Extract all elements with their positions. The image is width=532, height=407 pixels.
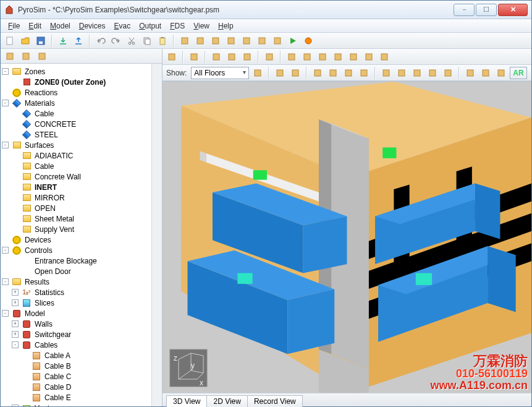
tree-node[interactable]: -Zones: [2, 66, 150, 77]
ar-toggle-button[interactable]: AR: [510, 67, 526, 79]
tree-node[interactable]: MIRROR: [2, 192, 150, 203]
menu-devices[interactable]: Devices: [75, 20, 109, 32]
close-button[interactable]: ✕: [498, 4, 528, 16]
tree-node[interactable]: -Results: [2, 276, 150, 287]
menu-edit[interactable]: Edit: [25, 20, 45, 32]
zoom-icon[interactable]: [331, 50, 345, 64]
toggle-vents-icon[interactable]: [410, 66, 424, 80]
tree-node[interactable]: INERT: [2, 182, 150, 192]
collapse-toggle[interactable]: -: [2, 310, 9, 317]
tree-node[interactable]: Reactions: [2, 87, 150, 98]
menu-view[interactable]: View: [190, 20, 213, 32]
wireframe-icon[interactable]: [209, 50, 223, 64]
reset-view-icon[interactable]: [165, 50, 179, 64]
tree-node[interactable]: -Surfaces: [2, 140, 150, 150]
tree-node[interactable]: +Switchgear: [2, 329, 150, 340]
collapse-toggle[interactable]: -: [12, 341, 19, 348]
tree-node[interactable]: +Walls: [2, 319, 150, 329]
walk-icon[interactable]: [300, 50, 314, 64]
solid-icon[interactable]: [225, 50, 239, 64]
tree-node[interactable]: Cable B: [2, 361, 150, 371]
copy-icon[interactable]: [140, 34, 154, 48]
tree-node[interactable]: Concrete Wall: [2, 171, 150, 182]
toggle-slices-icon[interactable]: [426, 66, 439, 80]
collapse-toggle[interactable]: -: [2, 68, 9, 75]
view-tab-3d-view[interactable]: 3D View: [166, 395, 207, 407]
smokeview-icon[interactable]: [302, 34, 315, 48]
add-reaction-icon[interactable]: [271, 34, 284, 48]
tree-node[interactable]: -Controls: [2, 245, 150, 255]
axis-orientation-widget[interactable]: x y z: [169, 348, 208, 388]
collapse-icon[interactable]: [19, 49, 33, 63]
tree-node[interactable]: Cable D: [2, 382, 150, 392]
tree-node[interactable]: Supply Vent: [2, 224, 150, 234]
add-vent-icon[interactable]: [224, 34, 238, 48]
export-icon[interactable]: [72, 34, 85, 48]
maximize-button[interactable]: ☐: [476, 4, 497, 16]
redo-icon[interactable]: [109, 34, 123, 48]
tree-node[interactable]: -Cables: [2, 340, 150, 350]
add-mesh-icon[interactable]: [240, 34, 253, 48]
tree-node[interactable]: ZONE0 (Outer Zone): [2, 77, 150, 87]
solid-outline-icon[interactable]: [240, 50, 254, 64]
render-style3-icon[interactable]: [342, 66, 355, 80]
perspective-icon[interactable]: [187, 50, 201, 64]
tree-node[interactable]: -Materials: [2, 98, 150, 108]
expand-toggle[interactable]: +: [12, 331, 19, 338]
tree-node[interactable]: STEEL: [2, 129, 150, 140]
toggle-devices-icon[interactable]: [441, 66, 455, 80]
tree-node[interactable]: Entrance Blockage: [2, 255, 150, 266]
save-icon[interactable]: [34, 34, 48, 48]
add-device-icon[interactable]: [255, 34, 269, 48]
menu-file[interactable]: File: [4, 20, 23, 32]
undo-icon[interactable]: [94, 34, 108, 48]
add-slab-icon[interactable]: [193, 34, 207, 48]
tree-node[interactable]: Cable C: [2, 371, 150, 382]
tree-node[interactable]: CONCRETE: [2, 119, 150, 129]
show-groups-icon[interactable]: [289, 66, 302, 80]
menu-help[interactable]: Help: [214, 20, 237, 32]
filter-icon[interactable]: [3, 49, 17, 63]
add-box-icon[interactable]: [178, 34, 192, 48]
collapse-toggle[interactable]: -: [2, 142, 9, 148]
tree-scrollbar[interactable]: [151, 64, 162, 406]
collapse-toggle[interactable]: -: [2, 278, 9, 285]
show-mesh-icon[interactable]: [273, 66, 287, 80]
tree-node[interactable]: Cable: [2, 161, 150, 171]
grid-icon[interactable]: [463, 66, 477, 80]
select-icon[interactable]: [263, 50, 276, 64]
toggle-holes-icon[interactable]: [395, 66, 408, 80]
orbit-icon[interactable]: [285, 50, 298, 64]
expand-icon[interactable]: [35, 49, 49, 63]
roam-icon[interactable]: [362, 50, 376, 64]
floor-select[interactable]: All Floors: [191, 67, 249, 79]
tree-node[interactable]: Devices: [2, 234, 150, 245]
menu-evac[interactable]: Evac: [110, 20, 134, 32]
run-fds-icon[interactable]: [286, 34, 300, 48]
add-hole-icon[interactable]: [209, 34, 222, 48]
menu-output[interactable]: Output: [135, 20, 165, 32]
menu-model[interactable]: Model: [46, 20, 74, 32]
tree-node[interactable]: OPEN: [2, 203, 150, 213]
toggle-floors-icon[interactable]: [251, 66, 264, 80]
pan-icon[interactable]: [316, 50, 329, 64]
expand-toggle[interactable]: +: [12, 405, 19, 406]
tree-node[interactable]: Open Door: [2, 266, 150, 276]
collapse-toggle[interactable]: -: [2, 247, 9, 254]
cut-icon[interactable]: [125, 34, 138, 48]
expand-toggle[interactable]: +: [12, 289, 19, 296]
tree-node[interactable]: Cable E: [2, 392, 150, 403]
render-style2-icon[interactable]: [326, 66, 340, 80]
view-tab-record-view[interactable]: Record View: [247, 395, 303, 407]
tree-node[interactable]: +Vents: [2, 403, 150, 406]
render-style1-icon[interactable]: [311, 66, 324, 80]
render-style4-icon[interactable]: [357, 66, 371, 80]
tree-view[interactable]: -ZonesZONE0 (Outer Zone)Reactions-Materi…: [1, 64, 151, 406]
tree-node[interactable]: Cable A: [2, 350, 150, 361]
clip-icon[interactable]: [494, 66, 508, 80]
tree-node[interactable]: +Slices: [2, 298, 150, 308]
view-tab-2d-view[interactable]: 2D View: [206, 395, 247, 407]
expand-toggle[interactable]: +: [12, 299, 19, 306]
tree-node[interactable]: ADIABATIC: [2, 150, 150, 161]
collapse-toggle[interactable]: -: [2, 100, 9, 106]
